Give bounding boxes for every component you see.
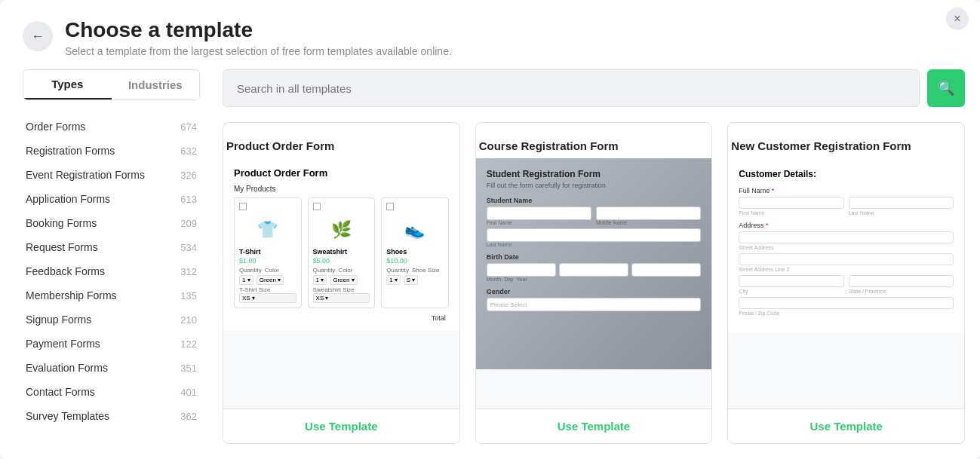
product-name: T-Shirt	[239, 248, 296, 256]
qty-label: Quantity	[386, 267, 409, 274]
sidebar-item-survey-templates[interactable]: Survey Templates 362	[23, 405, 200, 427]
back-button[interactable]: ←	[23, 21, 53, 51]
main-content: Types Industries Order Forms 674 Registr…	[0, 69, 980, 459]
color-label: Color	[338, 267, 352, 274]
city-state-row: City State / Province	[739, 275, 954, 294]
preview-title: Product Order Form	[234, 167, 449, 179]
last-name-input[interactable]	[849, 197, 954, 209]
field-label: Gender	[487, 288, 702, 295]
sidebar-item-label: Signup Forms	[26, 314, 91, 326]
tab-types[interactable]: Types	[23, 70, 112, 99]
use-template-button-customer[interactable]: Use Template	[728, 409, 964, 443]
product-image-tshirt: 👕	[239, 215, 296, 245]
sidebar-item-signup-forms[interactable]: Signup Forms 210	[23, 308, 200, 331]
total-label: Total	[432, 314, 446, 322]
search-button[interactable]: 🔍	[927, 69, 965, 107]
shoe-size-select[interactable]: S ▾	[404, 275, 419, 285]
postal-input[interactable]	[739, 297, 954, 309]
template-card-header: Product Order Form	[223, 123, 459, 158]
middle-name-input[interactable]	[596, 207, 701, 220]
required-marker: *	[772, 187, 775, 194]
last-name-input[interactable]	[487, 228, 702, 242]
size-label: T-Shirt Size	[239, 286, 296, 293]
sidebar-item-registration-forms[interactable]: Registration Forms 632	[23, 139, 200, 162]
product-item-sweatshirt: 🌿 Sweatshirt $5.00 Quantity Color 1 ▾	[308, 197, 376, 308]
qty-select[interactable]: 1 ▾	[239, 275, 253, 285]
sidebar-item-label: Membership Forms	[26, 289, 117, 301]
sidebar-item-count: 209	[180, 218, 197, 229]
product-select-row: 1 ▾ S ▾	[386, 275, 444, 285]
search-bar: 🔍	[223, 69, 965, 107]
preview-title: Student Registration Form	[487, 169, 702, 179]
gender-select[interactable]: Please Select	[487, 298, 702, 311]
sidebar-item-feedback-forms[interactable]: Feedback Forms 312	[23, 260, 200, 283]
day-select[interactable]	[559, 263, 628, 277]
street-address2-input[interactable]	[739, 253, 954, 265]
template-title: New Customer Registration Form	[731, 132, 954, 158]
template-card-product-order: Product Order Form Product Order Form My…	[223, 122, 460, 444]
sidebar-item-label: Evaluation Forms	[26, 362, 108, 374]
product-qty-row: Quantity Color	[239, 267, 296, 274]
sidebar-item-order-forms[interactable]: Order Forms 674	[23, 115, 200, 138]
preview-content: Customer Details: Full Name * First Name	[728, 158, 964, 332]
sidebar-item-evaluation-forms[interactable]: Evaluation Forms 351	[23, 356, 200, 379]
product-checkbox	[313, 203, 321, 210]
header-text: Choose a template Select a template from…	[65, 18, 452, 57]
preview-title: Customer Details:	[739, 169, 954, 179]
first-name-input[interactable]	[739, 197, 843, 209]
sidebar-item-payment-forms[interactable]: Payment Forms 122	[23, 332, 200, 355]
qty-select[interactable]: 1 ▾	[386, 275, 401, 285]
color-select[interactable]: Green ▾	[257, 275, 284, 285]
sidebar-item-count: 135	[180, 290, 197, 301]
sidebar-item-label: Contact Forms	[26, 386, 95, 398]
close-icon: ×	[954, 12, 960, 26]
modal-title: Choose a template	[65, 18, 452, 42]
middle-name-label: Middle Name	[596, 220, 701, 225]
my-products-label: My Products	[234, 185, 449, 193]
use-template-button-course[interactable]: Use Template	[476, 409, 712, 443]
sidebar-item-booking-forms[interactable]: Booking Forms 209	[23, 212, 200, 234]
sidebar-item-label: Application Forms	[26, 193, 110, 205]
postal-label: Postal / Zip Code	[739, 311, 954, 316]
search-icon: 🔍	[938, 80, 954, 96]
color-select[interactable]: Green ▾	[330, 275, 357, 285]
size-select[interactable]: XS ▾	[239, 293, 296, 303]
product-price: $10.00	[386, 257, 444, 265]
month-select[interactable]	[487, 263, 556, 277]
year-select[interactable]	[631, 263, 701, 277]
right-panel: 🔍 Product Order Form Product Order Form …	[215, 69, 980, 444]
qty-select[interactable]: 1 ▾	[313, 275, 327, 285]
sidebar-item-count: 362	[180, 411, 197, 422]
sidebar-item-contact-forms[interactable]: Contact Forms 401	[23, 381, 200, 403]
sidebar-item-label: Order Forms	[26, 121, 85, 133]
template-card-header: New Customer Registration Form	[728, 123, 964, 158]
last-name-label: Last Name	[849, 210, 954, 216]
street-address2-label: Street Address Line 2	[739, 267, 954, 272]
state-input[interactable]	[849, 275, 954, 287]
product-image-sweatshirt: 🌿	[313, 215, 370, 245]
products-row: 👕 T-Shirt $1.00 Quantity Color 1 ▾	[234, 197, 449, 308]
use-template-button-product[interactable]: Use Template	[223, 409, 459, 443]
street-address-input[interactable]	[739, 231, 954, 243]
sidebar-item-label: Survey Templates	[26, 410, 109, 422]
size-select[interactable]: XS ▾	[313, 293, 370, 303]
search-input[interactable]	[223, 69, 920, 107]
qty-label: Quantity	[239, 267, 262, 274]
sidebar-item-count: 122	[180, 338, 197, 350]
city-input[interactable]	[739, 275, 843, 287]
sidebar-item-request-forms[interactable]: Request Forms 534	[23, 236, 200, 259]
sidebar-item-membership-forms[interactable]: Membership Forms 135	[23, 284, 200, 307]
color-label: Color	[265, 267, 279, 274]
select-label-row: Month Day Year	[487, 277, 702, 282]
close-button[interactable]: ×	[946, 8, 969, 30]
field-label: Birth Date	[487, 253, 702, 261]
sidebar-item-application-forms[interactable]: Application Forms 613	[23, 188, 200, 210]
qty-label: Quantity	[313, 267, 336, 274]
first-name-input[interactable]	[487, 207, 591, 220]
modal-container: × ← Choose a template Select a template …	[0, 0, 980, 459]
sidebar-item-event-registration[interactable]: Event Registration Forms 326	[23, 164, 200, 186]
city-group: City	[739, 275, 843, 294]
product-name: Shoes	[386, 248, 444, 256]
tab-industries[interactable]: Industries	[112, 70, 200, 99]
field-row	[487, 207, 702, 220]
